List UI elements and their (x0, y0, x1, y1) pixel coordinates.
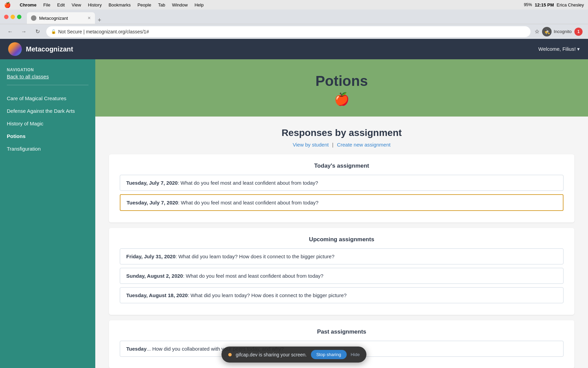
assignment-item-highlighted[interactable]: Tuesday, July 7, 2020: What do you feel … (120, 194, 564, 211)
menubar-bookmarks[interactable]: Bookmarks (105, 0, 134, 10)
todays-assignment-title: Today's assignment (120, 163, 564, 169)
hero-icon: 🍎 (102, 92, 581, 106)
upcoming-text-1: : What did you learn today? How does it … (176, 254, 334, 259)
incognito-button[interactable]: 🕵 Incognito (542, 27, 572, 36)
menubar-tab[interactable]: Tab (154, 0, 168, 10)
stop-sharing-button[interactable]: Stop sharing (311, 350, 346, 359)
tab-title: Metacognizant (39, 16, 68, 21)
upcoming-assignments-title: Upcoming assignments (120, 236, 564, 243)
tab-bar: Metacognizant ✕ + (27, 10, 584, 24)
forward-button[interactable]: → (19, 27, 29, 36)
upcoming-date-2: Sunday, August 2, 2020 (126, 273, 183, 279)
upcoming-date-3: Tuesday, August 18, 2020 (126, 292, 188, 298)
menubar: 🍎 Chrome File Edit View History Bookmark… (0, 0, 588, 10)
maximize-window-button[interactable] (17, 15, 21, 19)
back-to-classes-link[interactable]: Back to all classes (0, 74, 95, 79)
tab-favicon (31, 15, 36, 21)
upcoming-assignment-3[interactable]: Tuesday, August 18, 2020: What did you l… (120, 287, 564, 303)
past-assignments-title: Past assignments (120, 328, 564, 335)
class-title: Potions (102, 73, 581, 89)
traffic-lights[interactable] (4, 15, 21, 19)
security-icon: 🔓 (51, 29, 56, 34)
assignment-text-2: : What do you feel most and least confid… (178, 200, 318, 205)
screen-share-indicator (228, 353, 232, 356)
past-date-1: Tuesday (126, 346, 147, 352)
upcoming-assignments-section: Upcoming assignments Friday, July 31, 20… (109, 228, 574, 315)
menubar-file[interactable]: File (40, 0, 54, 10)
menubar-edit[interactable]: Edit (54, 0, 68, 10)
sidebar: Navigation Back to all classes Care of M… (0, 59, 95, 368)
assignment-date-2: Tuesday, July 7, 2020 (127, 200, 178, 205)
notification-badge: 1 (574, 28, 583, 36)
screen-share-message: gifcap.dev is sharing your screen. (236, 352, 307, 357)
responses-title: Responses by assignment (109, 127, 574, 138)
hide-button[interactable]: Hide (350, 352, 360, 357)
minimize-window-button[interactable] (11, 15, 15, 19)
screen-share-notification: gifcap.dev is sharing your screen. Stop … (222, 347, 366, 363)
address-bar: ← → ↻ 🔓 Not Secure | metacognizant.org/c… (0, 24, 588, 39)
back-button[interactable]: ← (5, 27, 15, 36)
sidebar-item-potions[interactable]: Potions (0, 130, 95, 142)
url-text: Not Secure | metacognizant.org/classes/1… (58, 29, 149, 34)
app-name: Metacognizant (26, 45, 73, 53)
upcoming-assignment-1[interactable]: Friday, July 31, 2020: What did you lear… (120, 248, 564, 264)
bookmark-icon[interactable]: ☆ (535, 28, 539, 35)
welcome-prefix: Welcome, (538, 46, 562, 52)
apple-menu[interactable]: 🍎 (4, 2, 11, 8)
sidebar-divider (7, 85, 88, 85)
upcoming-text-2: : What do you feel most and least confid… (183, 273, 324, 279)
sidebar-item-care-of-magical-creatures[interactable]: Care of Magical Creatures (0, 92, 95, 105)
separator: | (332, 142, 335, 148)
create-new-assignment-link[interactable]: Create new assignment (337, 142, 391, 148)
sidebar-item-defense-against-dark-arts[interactable]: Defense Against the Dark Arts (0, 105, 95, 117)
sidebar-item-transfiguration[interactable]: Transfiguration (0, 142, 95, 155)
incognito-label: Incognito (554, 29, 572, 34)
menubar-chrome[interactable]: Chrome (16, 0, 40, 10)
hero-banner: Potions 🍎 (95, 59, 588, 117)
app-header: Metacognizant Welcome, Filius! ▾ (0, 39, 588, 59)
address-bar-right: ☆ 🕵 Incognito 1 (535, 27, 583, 36)
assignment-text: : What do you feel most and least confid… (178, 180, 318, 186)
todays-assignment-section: Today's assignment Tuesday, July 7, 2020… (109, 154, 574, 223)
assignment-item[interactable]: Tuesday, July 7, 2020: What do you feel … (120, 175, 564, 191)
sidebar-item-history-of-magic[interactable]: History of Magic (0, 117, 95, 130)
menubar-right: 95% 12:15 PM Erica Chesley (524, 2, 584, 7)
menubar-history[interactable]: History (84, 0, 105, 10)
new-tab-button[interactable]: + (95, 17, 104, 24)
menubar-people[interactable]: People (134, 0, 154, 10)
refresh-button[interactable]: ↻ (33, 27, 42, 36)
menubar-window[interactable]: Window (168, 0, 191, 10)
upcoming-assignment-2[interactable]: Sunday, August 2, 2020: What do you feel… (120, 268, 564, 284)
system-user: Erica Chesley (557, 2, 584, 7)
active-tab[interactable]: Metacognizant ✕ (27, 12, 95, 24)
incognito-icon: 🕵 (542, 27, 552, 36)
welcome-message[interactable]: Welcome, Filius! ▾ (538, 46, 580, 52)
responses-header: Responses by assignment View by student … (109, 127, 574, 148)
assignment-date: Tuesday, July 7, 2020 (126, 180, 178, 186)
battery-status: 95% (524, 2, 532, 7)
welcome-user: Filius! (562, 46, 576, 52)
responses-links: View by student | Create new assignment (109, 142, 574, 148)
sidebar-nav-label: Navigation (0, 67, 95, 72)
menubar-view[interactable]: View (68, 0, 84, 10)
content-sections: Responses by assignment View by student … (95, 117, 588, 368)
view-by-student-link[interactable]: View by student (293, 142, 329, 148)
app-logo[interactable] (8, 42, 22, 56)
tab-close-button[interactable]: ✕ (87, 16, 91, 20)
close-window-button[interactable] (4, 15, 9, 19)
content-area: Potions 🍎 Responses by assignment View b… (95, 59, 588, 368)
menubar-help[interactable]: Help (191, 0, 207, 10)
system-time: 12:15 PM (535, 2, 554, 7)
url-bar[interactable]: 🔓 Not Secure | metacognizant.org/classes… (46, 26, 530, 37)
browser-tab-bar: Metacognizant ✕ + (0, 10, 588, 24)
upcoming-date-1: Friday, July 31, 2020 (126, 254, 176, 259)
main-layout: Navigation Back to all classes Care of M… (0, 59, 588, 368)
upcoming-text-3: : What did you learn today? How does it … (188, 292, 347, 298)
